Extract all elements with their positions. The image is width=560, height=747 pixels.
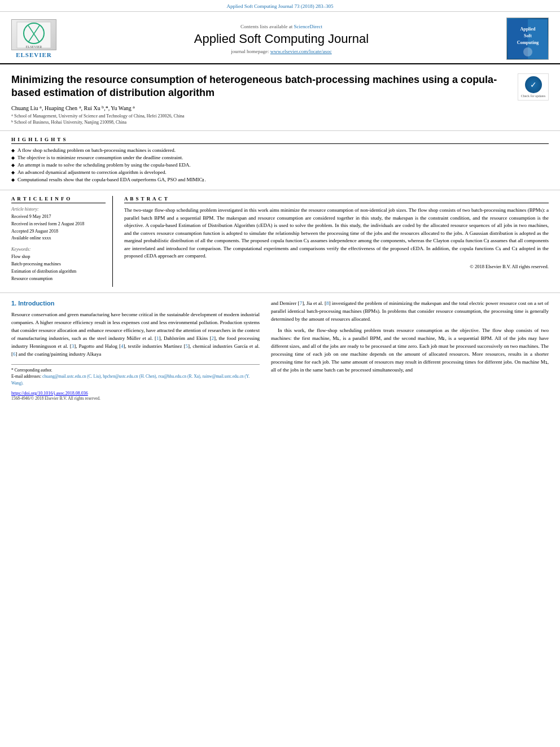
authors-line: Chuang Liu ᵃ, Huaping Chen ᵃ, Rui Xu ᵇ,*… — [11, 105, 549, 111]
article-info-column: A R T I C L E I N F O Article history: R… — [11, 196, 113, 287]
article-dates: Received 9 May 2017 Received in revised … — [11, 213, 106, 242]
highlight-text: Computational results show that the copu… — [18, 177, 206, 182]
keywords-group: Keywords: Flow shop Batch-processing mac… — [11, 247, 106, 282]
received-date: Received 9 May 2017 — [11, 213, 106, 221]
svg-text:Computing: Computing — [517, 40, 539, 45]
abstract-heading: A B S T R A C T — [124, 196, 549, 203]
sciencedirect-link[interactable]: ScienceDirect — [294, 24, 322, 29]
keywords-list: Flow shop Batch-processing machines Esti… — [11, 254, 106, 282]
corresponding-note: * Corresponding author. E-mail addresses… — [11, 367, 260, 386]
body-right-column: and Demirer [7], Jia et al. [8] investig… — [271, 300, 549, 400]
elsevier-logo: ELSEVIER ELSEVIER — [11, 19, 56, 58]
highlights-list: ◆ A flow shop scheduling problem on batc… — [11, 147, 549, 182]
highlight-text: An advanced dynamical adjustment to corr… — [18, 169, 167, 175]
check-updates-label: Check for updates — [521, 94, 546, 98]
abstract-text: The two-stage flow-shop scheduling probl… — [124, 207, 549, 260]
affiliations: ᵃ School of Management, University of Sc… — [11, 113, 549, 125]
highlight-text: The objective is to minimize resource co… — [18, 155, 183, 160]
keyword: Estimation of distribution algorithm — [11, 268, 106, 276]
elsevier-logo-image: ELSEVIER — [11, 19, 56, 50]
history-label: Article history: — [11, 207, 106, 212]
article-title-row: Minimizing the resource consumption of h… — [11, 73, 549, 101]
svg-text:Soft: Soft — [524, 33, 532, 38]
article-history: Article history: Received 9 May 2017 Rec… — [11, 207, 106, 242]
accepted-date: Accepted 29 August 2018 — [11, 228, 106, 235]
highlight-text: A flow shop scheduling problem on batch-… — [18, 147, 176, 153]
keyword: Resource consumption — [11, 276, 106, 283]
svg-point-11 — [523, 47, 532, 56]
right-col-body: and Demirer [7], Jia et al. [8] investig… — [271, 300, 549, 374]
check-updates-box: ✓ Check for updates — [518, 73, 549, 101]
affiliation-b: ᵇ School of Business, Hohai University, … — [11, 120, 549, 125]
article-info-abstract-section: A R T I C L E I N F O Article history: R… — [0, 190, 560, 293]
list-item: ◆ An attempt is made to solve the schedu… — [11, 162, 549, 168]
copyright-line: © 2018 Elsevier B.V. All rights reserved… — [124, 264, 549, 269]
article-header: Minimizing the resource consumption of h… — [0, 64, 560, 131]
email-links[interactable]: chuang@mail.ustc.edu.cn (C. Liu), hpchen… — [11, 374, 250, 385]
highlights-heading: H I G H L I G H T S — [11, 137, 549, 144]
highlight-text: An attempt is made to solve the scheduli… — [18, 162, 190, 168]
journal-citation: Applied Soft Computing Journal 73 (2018)… — [0, 0, 560, 12]
footnotes: * Corresponding author. E-mail addresses… — [11, 364, 260, 386]
list-item: ◆ A flow shop scheduling problem on batc… — [11, 147, 549, 153]
bullet-icon: ◆ — [11, 170, 15, 175]
introduction-body: Resource conservation and green manufact… — [11, 311, 260, 359]
list-item: ◆ Computational results show that the co… — [11, 177, 549, 182]
authors-text: Chuang Liu ᵃ, Huaping Chen ᵃ, Rui Xu ᵇ,*… — [11, 105, 135, 111]
keywords-label: Keywords: — [11, 247, 106, 252]
elsevier-brand: ELSEVIER — [16, 51, 52, 58]
revised-date: Received in revised form 2 August 2018 — [11, 221, 106, 228]
email-line: E-mail addresses: chuang@mail.ustc.edu.c… — [11, 373, 260, 386]
journal-info-center: Contents lists available at ScienceDirec… — [62, 24, 501, 54]
introduction-title: 1. Introduction — [11, 300, 260, 307]
doi-link[interactable]: https://doi.org/10.1016/j.asoc.2018.08.0… — [11, 391, 88, 396]
journal-logo: Applied Soft Computing — [506, 18, 549, 60]
list-item: ◆ The objective is to minimize resource … — [11, 155, 549, 160]
homepage-link[interactable]: www.elsevier.com/locate/asoc — [270, 49, 332, 54]
affiliation-a: ᵃ School of Management, University of Sc… — [11, 113, 549, 119]
bullet-icon: ◆ — [11, 155, 15, 160]
corresponding-label: * Corresponding author. — [11, 367, 260, 373]
journal-header: ELSEVIER ELSEVIER Contents lists availab… — [0, 12, 560, 64]
svg-text:Applied: Applied — [520, 27, 536, 32]
abstract-column: A B S T R A C T The two-stage flow-shop … — [124, 196, 549, 287]
contents-available-line: Contents lists available at ScienceDirec… — [62, 24, 501, 29]
citation-text: Applied Soft Computing Journal 73 (2018)… — [227, 3, 334, 9]
right-para-2: In this work, the flow-shop scheduling p… — [271, 327, 549, 374]
body-section: 1. Introduction Resource conservation an… — [0, 293, 560, 407]
svg-rect-0 — [17, 22, 51, 48]
keyword: Batch-processing machines — [11, 261, 106, 268]
intro-para-1: Resource conservation and green manufact… — [11, 311, 260, 359]
doi-line: https://doi.org/10.1016/j.asoc.2018.08.0… — [11, 391, 260, 396]
email-label: E-mail addresses: — [11, 374, 41, 379]
svg-text:ELSEVIER: ELSEVIER — [26, 45, 42, 49]
journal-logo-image: Applied Soft Computing — [506, 18, 549, 60]
bullet-icon: ◆ — [11, 163, 15, 168]
right-para-1: and Demirer [7], Jia et al. [8] investig… — [271, 300, 549, 324]
article-info-heading: A R T I C L E I N F O — [11, 196, 106, 203]
highlights-section: H I G H L I G H T S ◆ A flow shop schedu… — [0, 131, 560, 190]
journal-title: Applied Soft Computing Journal — [62, 32, 501, 46]
bullet-icon: ◆ — [11, 177, 15, 182]
article-title: Minimizing the resource consumption of h… — [11, 73, 512, 100]
bullet-icon: ◆ — [11, 148, 15, 153]
journal-homepage: journal homepage: www.elsevier.com/locat… — [62, 49, 501, 54]
issn-line: 1568-4946/© 2018 Elsevier B.V. All right… — [11, 396, 260, 401]
check-for-updates-icon: ✓ — [525, 76, 542, 93]
keyword: Flow shop — [11, 254, 106, 261]
online-date: Available online xxxx — [11, 235, 106, 242]
body-left-column: 1. Introduction Resource conservation an… — [11, 300, 260, 400]
list-item: ◆ An advanced dynamical adjustment to co… — [11, 169, 549, 175]
